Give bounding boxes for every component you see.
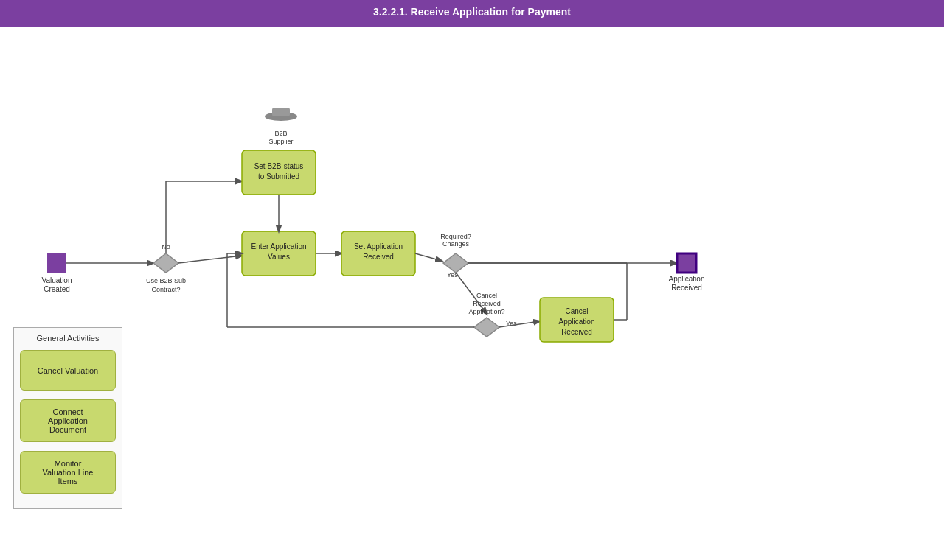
proc-b2b-label1: Set B2B-status <box>254 162 304 170</box>
cancel-recv-label1: Cancel <box>476 292 497 299</box>
supplier-label-b2b: B2B <box>274 130 287 137</box>
cancel-recv-label3: Application? <box>468 308 504 315</box>
proc-enter-label1: Enter Application <box>251 242 306 251</box>
activity-cancel-valuation[interactable]: Cancel Valuation <box>20 350 116 391</box>
supplier-label-supplier: Supplier <box>268 138 293 145</box>
gw1-label-contract: Contract? <box>151 286 180 293</box>
end-label1: Application <box>669 275 705 283</box>
page-title: 3.2.2.1. Receive Application for Payment <box>0 0 944 27</box>
general-activities-panel: General Activities Cancel Valuation Conn… <box>13 327 122 509</box>
gw2-label2: Required? <box>440 233 471 240</box>
start-label2: Created <box>44 285 70 293</box>
activity-monitor-valuation[interactable]: MonitorValuation LineItems <box>20 451 116 494</box>
flow-set-gw2 <box>415 253 442 261</box>
proc-set-label2: Received <box>363 253 394 261</box>
proc-set-label1: Set Application <box>354 242 403 251</box>
start-label: Valuation <box>42 276 72 284</box>
gw2-yes-label: Yes <box>447 271 458 279</box>
gw1-label-use: Use B2B Sub <box>146 277 186 284</box>
cancel-recv-label2: Received <box>473 300 501 307</box>
proc-cancel-label1: Cancel <box>565 307 588 315</box>
start-event <box>47 253 66 273</box>
gateway-1 <box>153 253 178 273</box>
gw2-label1: Changes <box>442 240 470 248</box>
proc-cancel-label2: Application <box>559 318 595 326</box>
gateway-3 <box>474 318 499 337</box>
diagram-area: Valuation Created No Use B2B Sub Contrac… <box>0 27 944 560</box>
general-activities-title: General Activities <box>20 334 116 343</box>
end-event <box>677 253 696 273</box>
end-label2: Received <box>671 284 702 292</box>
supplier-hat-top <box>272 108 290 116</box>
flow-diagram: Valuation Created No Use B2B Sub Contrac… <box>0 27 944 560</box>
proc-enter-label2: Values <box>268 253 290 261</box>
proc-b2b-label2: to Submitted <box>258 172 299 181</box>
activity-connect-doc[interactable]: ConnectApplicationDocument <box>20 399 116 442</box>
gateway-2 <box>443 253 468 273</box>
flow-gw1-enter <box>178 256 242 263</box>
proc-cancel-label3: Received <box>561 328 592 336</box>
